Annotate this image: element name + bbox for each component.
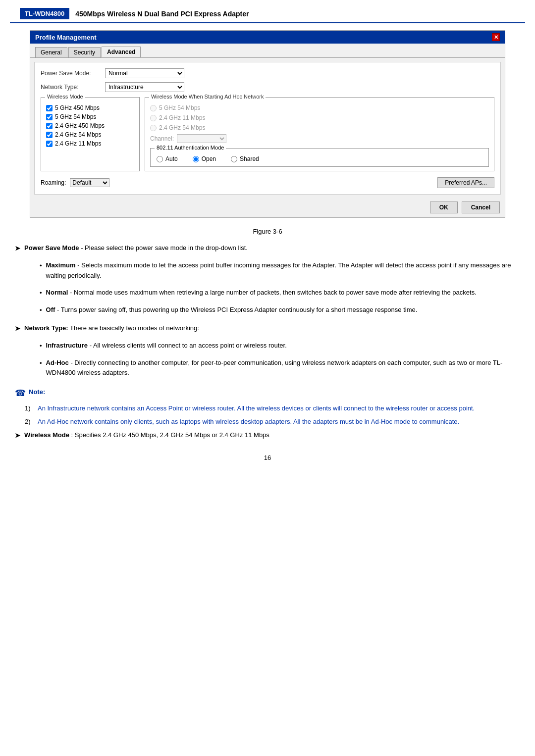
bullet-maximum: • Maximum - Selects maximum mode to let …	[40, 260, 520, 285]
adhoc-label-2: 2.4 GHz 11 Mbps	[159, 114, 205, 121]
dialog-titlebar: Profile Management ✕	[30, 31, 505, 44]
channel-select[interactable]	[177, 134, 226, 143]
auth-radio-shared[interactable]	[231, 156, 237, 162]
wireless-mode-desc: : Specifies 2.4 GHz 450 Mbps, 2.4 GHz 54…	[71, 431, 269, 439]
bullet-dot-5: •	[40, 358, 42, 369]
network-type-header: Network Type:	[24, 324, 68, 332]
channel-label: Channel:	[150, 135, 174, 142]
bottom-row: Roaming: Default Preferred APs...	[41, 177, 494, 188]
power-save-section: ➤ Power Save Mode - Please select the po…	[15, 243, 520, 257]
profile-management-dialog: Profile Management ✕ General Security Ad…	[30, 30, 505, 218]
power-save-row: Power Save Mode: Normal Maximum Off	[41, 68, 494, 78]
bullet-off-text: Off - Turns power saving off, thus power…	[46, 305, 418, 315]
bullet-dot-3: •	[40, 305, 42, 316]
power-save-text: Power Save Mode - Please select the powe…	[24, 243, 248, 253]
roaming-select[interactable]: Default	[70, 178, 109, 187]
note-2-text: An Ad-Hoc network contains only clients,…	[38, 417, 459, 427]
adhoc-radio-2[interactable]	[150, 115, 157, 121]
wireless-mode-text: Wireless Mode : Specifies 2.4 GHz 450 Mb…	[24, 430, 269, 441]
bullet-adhoc-text: Ad-Hoc - Directly connecting to another …	[46, 358, 520, 379]
auth-label-auto: Auto	[165, 155, 178, 162]
auth-label-shared: Shared	[240, 155, 259, 162]
auth-row: Auto Open Shared	[157, 152, 482, 162]
dialog-title: Profile Management	[35, 34, 97, 41]
network-type-text: Network Type: There are basically two mo…	[24, 323, 199, 334]
network-type-desc: There are basically two modes of network…	[70, 324, 199, 332]
wm-checkbox-2[interactable]	[46, 114, 53, 120]
bullet-dot-4: •	[40, 341, 42, 352]
ok-button[interactable]: OK	[430, 202, 458, 213]
auth-shared: Shared	[231, 155, 259, 162]
wm-option-3: 2.4 GHz 450 Mbps	[46, 122, 134, 129]
bullet-infrastructure: • Infrastructure - All wireless clients …	[40, 341, 520, 355]
bullet-adhoc: • Ad-Hoc - Directly connecting to anothe…	[40, 358, 520, 383]
bullet-infrastructure-text: Infrastructure - All wireless clients wi…	[46, 341, 287, 351]
adhoc-option-1: 5 GHz 54 Mbps	[150, 104, 489, 111]
network-type-label: Network Type:	[41, 84, 105, 91]
wireless-sections: Wireless Mode 5 GHz 450 Mbps 5 GHz 54 Mb…	[41, 97, 494, 171]
tab-advanced[interactable]: Advanced	[102, 47, 141, 57]
preferred-aps-button[interactable]: Preferred APs...	[437, 177, 494, 188]
auth-auto: Auto	[157, 155, 178, 162]
wm-option-1: 5 GHz 450 Mbps	[46, 104, 134, 111]
adhoc-label-3: 2.4 GHz 54 Mbps	[159, 124, 205, 131]
arrow-icon-1: ➤	[15, 244, 20, 254]
bullet-dot-1: •	[40, 261, 42, 271]
note-2: 2) An Ad-Hoc network contains only clien…	[25, 417, 520, 427]
model-number: TL-WDN4800	[20, 8, 69, 19]
adhoc-radio-1[interactable]	[150, 105, 157, 111]
wm-label-4: 2.4 GHz 54 Mbps	[55, 131, 101, 138]
cancel-button[interactable]: Cancel	[462, 202, 500, 213]
bullet-off: • Off - Turns power saving off, thus pow…	[40, 305, 520, 319]
network-bullets: • Infrastructure - All wireless clients …	[25, 341, 520, 382]
wm-option-5: 2.4 GHz 11 Mbps	[46, 140, 134, 147]
network-type-section: ➤ Network Type: There are basically two …	[15, 323, 520, 338]
network-type-select[interactable]: Infrastructure Ad-Hoc	[105, 82, 184, 92]
adhoc-option-3: 2.4 GHz 54 Mbps	[150, 124, 489, 131]
tab-general[interactable]: General	[35, 47, 67, 57]
bullet-maximum-text: Maximum - Selects maximum mode to let th…	[46, 260, 520, 281]
figure-caption: Figure 3-6	[0, 228, 535, 235]
auth-label-open: Open	[202, 155, 216, 162]
wm-checkbox-3[interactable]	[46, 123, 53, 129]
auth-legend: 802.11 Authentication Mode	[155, 145, 226, 151]
right-sections: Wireless Mode When Starting Ad Hoc Netwo…	[145, 97, 494, 171]
note-num-1: 1)	[25, 403, 35, 414]
wm-label-5: 2.4 GHz 11 Mbps	[55, 140, 101, 147]
note-label: Note:	[29, 387, 45, 398]
wm-option-2: 5 GHz 54 Mbps	[46, 113, 134, 120]
arrow-icon-3: ➤	[15, 431, 20, 441]
wm-checkbox-1[interactable]	[46, 105, 53, 111]
wm-checkbox-5[interactable]	[46, 141, 53, 147]
adhoc-radio-3[interactable]	[150, 125, 157, 131]
power-save-select[interactable]: Normal Maximum Off	[105, 68, 184, 78]
wm-label-2: 5 GHz 54 Mbps	[55, 113, 96, 120]
bullet-normal-text: Normal - Normal mode uses maximum when r…	[46, 288, 477, 298]
product-title: 450Mbps Wireless N Dual Band PCI Express…	[75, 10, 249, 18]
content-section: ➤ Power Save Mode - Please select the po…	[15, 243, 520, 444]
auth-radio-open[interactable]	[193, 156, 199, 162]
power-save-desc: - Please select the power save mode in t…	[81, 244, 248, 252]
auth-radio-auto[interactable]	[157, 156, 163, 162]
channel-row: Channel:	[150, 134, 489, 143]
phone-icon: ☎	[15, 386, 26, 401]
wm-option-4: 2.4 GHz 54 Mbps	[46, 131, 134, 138]
arrow-icon-2: ➤	[15, 324, 20, 334]
wm-checkbox-4[interactable]	[46, 132, 53, 138]
wm-label-3: 2.4 GHz 450 Mbps	[55, 122, 105, 129]
wm-label-1: 5 GHz 450 Mbps	[55, 104, 100, 111]
close-button[interactable]: ✕	[492, 33, 500, 41]
tab-security[interactable]: Security	[68, 47, 101, 57]
adhoc-legend: Wireless Mode When Starting Ad Hoc Netwo…	[149, 94, 266, 100]
tab-bar: General Security Advanced	[30, 44, 505, 58]
power-save-header: Power Save Mode	[24, 244, 79, 252]
network-type-row: Network Type: Infrastructure Ad-Hoc	[41, 82, 494, 92]
auth-section: 802.11 Authentication Mode Auto Open	[150, 148, 489, 167]
note-1: 1) An Infrastructure network contains an…	[25, 403, 520, 414]
power-bullets: • Maximum - Selects maximum mode to let …	[25, 260, 520, 319]
wireless-mode-legend: Wireless Mode	[45, 94, 85, 100]
note-1-text: An Infrastructure network contains an Ac…	[38, 403, 475, 414]
bullet-dot-2: •	[40, 288, 42, 299]
adhoc-section: Wireless Mode When Starting Ad Hoc Netwo…	[145, 97, 494, 171]
roaming-label: Roaming:	[41, 179, 66, 186]
